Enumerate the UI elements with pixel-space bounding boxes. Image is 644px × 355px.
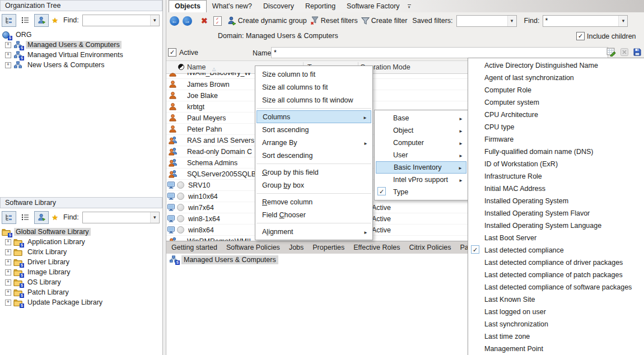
- tree-item-os-library[interactable]: OS Library: [0, 277, 162, 287]
- library-find-combo[interactable]: [82, 212, 160, 223]
- menu-item-agent-of-last-synchronization[interactable]: Agent of last synchronization: [469, 72, 644, 84]
- tab-discovery[interactable]: Discovery: [258, 1, 300, 12]
- forward-button[interactable]: [183, 16, 192, 26]
- tab-objects[interactable]: Objects: [169, 0, 207, 12]
- tree-item-managed-virtual-environments[interactable]: Managed Virtual Environments: [0, 50, 162, 60]
- menu-item-last-boot-server[interactable]: Last Boot Server: [469, 232, 644, 244]
- tab-software-factory[interactable]: Software Factory: [341, 1, 405, 12]
- org-find-combo[interactable]: [82, 15, 160, 26]
- chevron-down-icon[interactable]: [618, 16, 627, 26]
- find-input[interactable]: [543, 17, 618, 25]
- tab-citrix-policies[interactable]: Citrix Policies: [404, 244, 455, 251]
- add-person-button[interactable]: [34, 211, 49, 224]
- edit-filter-icon[interactable]: [606, 47, 616, 57]
- expand-icon[interactable]: [5, 42, 11, 48]
- save-filter-icon[interactable]: [633, 48, 642, 57]
- menu-item-installed-os-language[interactable]: Installed Operating System Language: [469, 219, 644, 232]
- menu-item-base[interactable]: Base: [376, 112, 466, 124]
- tree-item-managed-users-computers[interactable]: Managed Users & Computers: [0, 40, 162, 50]
- reset-filters-button[interactable]: Reset filters: [321, 17, 358, 25]
- create-filter-button[interactable]: Create filter: [371, 17, 408, 25]
- menu-item-sort-ascending[interactable]: Sort ascending: [256, 123, 371, 136]
- expand-icon[interactable]: [5, 52, 11, 58]
- menu-item-last-synchronization[interactable]: Last synchronization: [469, 318, 644, 330]
- create-dynamic-group-icon[interactable]: [227, 16, 236, 25]
- menu-item-infrastructure-role[interactable]: Infrastructure Role: [469, 170, 644, 183]
- menu-item-firmware[interactable]: Firmware: [469, 133, 644, 146]
- tab-properties[interactable]: Properties: [308, 244, 349, 251]
- checklist-button[interactable]: [213, 16, 222, 26]
- menu-item-intel-vpro-support[interactable]: Intel vPro support: [376, 174, 466, 186]
- menu-item-last-detected-compliance-software[interactable]: Last detected compliance of software pac…: [469, 281, 644, 293]
- menu-item-management-point[interactable]: Management Point: [469, 343, 644, 355]
- expand-icon[interactable]: [5, 279, 11, 286]
- menu-item-last-detected-compliance[interactable]: Last detected compliance: [469, 244, 644, 256]
- menu-item-cpu-type[interactable]: CPU type: [469, 121, 644, 133]
- tree-view-button[interactable]: [2, 14, 16, 27]
- list-view-button[interactable]: [18, 211, 32, 224]
- tab-whats-new[interactable]: What's new?: [207, 1, 258, 12]
- menu-item-basic-inventory[interactable]: Basic Inventory: [376, 161, 466, 174]
- expand-icon[interactable]: [5, 259, 11, 265]
- menu-item-columns[interactable]: Columns: [256, 110, 371, 123]
- list-view-button[interactable]: [18, 14, 32, 27]
- add-person-button[interactable]: [34, 14, 49, 27]
- menu-item-id-of-workstation[interactable]: ID of Workstation (ExR): [469, 158, 644, 170]
- create-dynamic-group-button[interactable]: Create dynamic group: [238, 17, 307, 25]
- menu-item-last-time-zone[interactable]: Last time zone: [469, 330, 644, 343]
- tree-item-image-library[interactable]: Image Library: [0, 267, 162, 277]
- tab-software-policies[interactable]: Software Policies: [222, 244, 284, 251]
- active-filter-checkbox[interactable]: Active: [168, 48, 198, 57]
- tree-item-global-software-library[interactable]: Global Software Library: [0, 227, 162, 237]
- expand-icon[interactable]: [5, 249, 11, 255]
- tree-item-patch-library[interactable]: Patch Library: [0, 287, 162, 297]
- back-button[interactable]: [170, 16, 179, 26]
- menu-item-group-by-box[interactable]: Group by box: [256, 179, 371, 191]
- menu-item-group-by-this-field[interactable]: Group by this field: [256, 166, 371, 179]
- chevron-down-icon[interactable]: [507, 16, 516, 26]
- org-find-input[interactable]: [83, 16, 150, 25]
- menu-item-computer-role[interactable]: Computer Role: [469, 84, 644, 96]
- expand-icon[interactable]: [5, 300, 11, 306]
- reset-filters-icon[interactable]: [310, 16, 319, 25]
- chevron-down-icon[interactable]: [150, 15, 159, 26]
- menu-item-last-known-site[interactable]: Last Known Site: [469, 293, 644, 306]
- delete-button[interactable]: [201, 16, 208, 25]
- menu-item-field-chooser[interactable]: Field Chooser: [256, 208, 371, 221]
- menu-item-installed-os-flavor[interactable]: Installed Operating System Flavor: [469, 207, 644, 219]
- menu-item-object[interactable]: Object: [376, 124, 466, 137]
- tab-getting-started[interactable]: Getting started: [167, 244, 222, 251]
- menu-item-size-column-to-fit[interactable]: Size column to fit: [256, 68, 371, 81]
- saved-filters-combo[interactable]: [456, 15, 517, 27]
- expand-icon[interactable]: [5, 289, 11, 296]
- menu-item-alignment[interactable]: Alignment: [256, 225, 371, 238]
- tree-item-update-package-library[interactable]: Update Package Library: [0, 297, 162, 307]
- saved-filters-input[interactable]: [457, 17, 507, 25]
- menu-item-initial-mac-address[interactable]: Initial MAC Address: [469, 183, 644, 195]
- library-find-input[interactable]: [83, 213, 150, 222]
- menu-item-type[interactable]: Type: [376, 186, 466, 198]
- panel-splitter[interactable]: [162, 0, 166, 355]
- tree-item-application-library[interactable]: Application Library: [0, 237, 162, 247]
- menu-item-sort-descending[interactable]: Sort descending: [256, 149, 371, 162]
- tree-item-driver-library[interactable]: Driver Library: [0, 257, 162, 267]
- expand-icon[interactable]: [5, 62, 11, 68]
- favorites-icon[interactable]: [50, 16, 59, 25]
- expand-icon[interactable]: [5, 269, 11, 275]
- menu-item-size-all-columns-to-fit[interactable]: Size all columns to fit: [256, 81, 371, 94]
- menu-item-cpu-architecture[interactable]: CPU Architecture: [469, 109, 644, 121]
- menu-item-fqdn[interactable]: Fully-qualified domain name (DNS): [469, 146, 644, 158]
- menu-item-arrange-by[interactable]: Arrange By: [256, 136, 371, 149]
- tree-item-citrix-library[interactable]: Citrix Library: [0, 247, 162, 257]
- menu-item-remove-column[interactable]: Remove column: [256, 195, 371, 208]
- favorites-icon[interactable]: [50, 213, 59, 222]
- column-header-name[interactable]: Name: [187, 63, 206, 71]
- tab-overflow-icon[interactable]: [408, 4, 411, 9]
- include-children-checkbox[interactable]: Include children: [576, 32, 636, 40]
- menu-item-user[interactable]: User: [376, 149, 466, 161]
- menu-item-computer-system[interactable]: Computer system: [469, 96, 644, 109]
- expand-icon[interactable]: [5, 239, 11, 245]
- menu-item-last-detected-compliance-patch[interactable]: Last detected compliance of patch packag…: [469, 269, 644, 281]
- tree-item-new-users-computers[interactable]: New Users & Computers: [0, 60, 162, 70]
- find-combo[interactable]: [543, 15, 628, 27]
